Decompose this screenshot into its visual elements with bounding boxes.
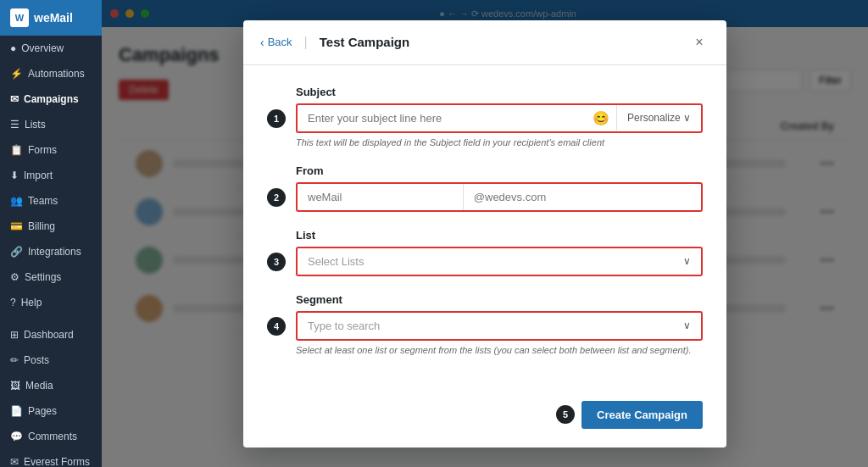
sidebar-item-label: Teams bbox=[28, 195, 58, 207]
sidebar-item-label: Automations bbox=[28, 68, 85, 80]
from-field: From bbox=[296, 164, 703, 212]
segment-placeholder: Type to search bbox=[308, 320, 683, 332]
sidebar-item-teams[interactable]: 👥 Teams bbox=[0, 188, 102, 214]
from-email-input[interactable] bbox=[464, 184, 701, 210]
step-1-number: 1 bbox=[267, 109, 286, 128]
sidebar-item-pages[interactable]: 📄 Pages bbox=[0, 398, 102, 424]
sidebar-item-comments[interactable]: 💬 Comments bbox=[0, 424, 102, 449]
create-campaign-button[interactable]: Create Campaign bbox=[581, 401, 703, 429]
subject-input[interactable] bbox=[298, 105, 586, 131]
sidebar-item-overview[interactable]: ● Overview bbox=[0, 36, 102, 61]
sidebar-item-label: Billing bbox=[28, 220, 55, 232]
back-arrow-icon: ‹ bbox=[260, 36, 264, 49]
help-icon: ? bbox=[10, 297, 16, 309]
step-2-number: 2 bbox=[267, 188, 286, 207]
segment-dropdown-arrow: ∨ bbox=[683, 320, 691, 331]
pages-icon: 📄 bbox=[10, 405, 23, 417]
subject-row: 1 Subject 😊 Personalize ∨ This text will… bbox=[267, 86, 703, 147]
list-row: 3 List Select Lists ∨ bbox=[267, 229, 703, 276]
modal-back-button[interactable]: ‹ Back bbox=[260, 36, 292, 49]
modal-footer: 5 Create Campaign bbox=[243, 392, 726, 448]
teams-icon: 👥 bbox=[10, 195, 23, 207]
campaigns-icon: ✉ bbox=[10, 93, 19, 105]
media-icon: 🖼 bbox=[10, 380, 20, 392]
step-4-number: 4 bbox=[267, 317, 286, 336]
modal-body: 1 Subject 😊 Personalize ∨ This text will… bbox=[243, 65, 726, 392]
list-dropdown-arrow: ∨ bbox=[683, 255, 691, 267]
sidebar-item-dashboard[interactable]: ⊞ Dashboard bbox=[0, 322, 102, 347]
integrations-icon: 🔗 bbox=[10, 246, 23, 258]
sidebar-item-label: Pages bbox=[28, 405, 57, 417]
sidebar-item-import[interactable]: ⬇ Import bbox=[0, 163, 102, 188]
modal-header: ‹ Back | Test Campaign × bbox=[243, 20, 726, 65]
sidebar: W weMail ● Overview ⚡ Automations ✉ Camp… bbox=[0, 0, 102, 467]
header-separator: | bbox=[304, 35, 308, 50]
import-icon: ⬇ bbox=[10, 170, 19, 181]
sidebar-item-everest-forms[interactable]: ✉ Everest Forms bbox=[0, 449, 102, 467]
list-label: List bbox=[296, 229, 703, 242]
back-label: Back bbox=[268, 36, 292, 48]
modal-close-button[interactable]: × bbox=[689, 32, 709, 53]
subject-label: Subject bbox=[296, 86, 703, 98]
sidebar-item-label: Integrations bbox=[28, 246, 81, 258]
from-label: From bbox=[296, 164, 703, 177]
sidebar-item-label: Media bbox=[25, 380, 53, 392]
settings-icon: ⚙ bbox=[10, 271, 19, 283]
sidebar-bottom: ⊞ Dashboard ✏ Posts 🖼 Media 📄 Pages 💬 Co… bbox=[0, 322, 102, 467]
step-5-number: 5 bbox=[556, 405, 575, 424]
lists-icon: ☰ bbox=[10, 119, 19, 131]
sidebar-item-automations[interactable]: ⚡ Automations bbox=[0, 61, 102, 86]
from-row: 2 From bbox=[267, 164, 703, 212]
wemail-logo-icon: W bbox=[10, 8, 29, 27]
subject-hint: This text will be displayed in the Subje… bbox=[296, 137, 703, 147]
sidebar-item-label: Posts bbox=[24, 354, 49, 366]
posts-icon: ✏ bbox=[10, 354, 19, 366]
sidebar-item-label: Overview bbox=[21, 42, 64, 54]
list-field: List Select Lists ∨ bbox=[296, 229, 703, 276]
main-content: ● ← → ⟳ wedevs.com/wp-admin Campaigns De… bbox=[102, 0, 868, 467]
personalize-button[interactable]: Personalize ∨ bbox=[616, 105, 701, 131]
segment-select[interactable]: Type to search ∨ bbox=[296, 311, 703, 341]
list-placeholder: Select Lists bbox=[308, 255, 683, 268]
sidebar-item-media[interactable]: 🖼 Media bbox=[0, 373, 102, 398]
sidebar-item-label: Settings bbox=[25, 271, 61, 283]
sidebar-item-help[interactable]: ? Help bbox=[0, 290, 102, 315]
sidebar-item-forms[interactable]: 📋 Forms bbox=[0, 137, 102, 163]
sidebar-item-label: Forms bbox=[28, 144, 57, 156]
from-input-wrapper bbox=[296, 182, 703, 212]
sidebar-logo-text: weMail bbox=[34, 11, 73, 25]
forms-icon: 📋 bbox=[10, 144, 23, 156]
sidebar-item-billing[interactable]: 💳 Billing bbox=[0, 214, 102, 239]
from-name-input[interactable] bbox=[298, 184, 464, 210]
modal-title: Test Campaign bbox=[320, 35, 409, 49]
subject-input-wrapper: 😊 Personalize ∨ bbox=[296, 103, 703, 133]
sidebar-item-label: Help bbox=[21, 297, 42, 309]
comments-icon: 💬 bbox=[10, 431, 23, 442]
subject-field: Subject 😊 Personalize ∨ This text will b… bbox=[296, 86, 703, 147]
sidebar-item-label: Lists bbox=[25, 119, 46, 131]
sidebar-item-settings[interactable]: ⚙ Settings bbox=[0, 264, 102, 290]
sidebar-item-label: Import bbox=[24, 170, 53, 181]
modal-overlay: ‹ Back | Test Campaign × 1 Subject 😊 bbox=[102, 0, 868, 467]
emoji-icon[interactable]: 😊 bbox=[586, 110, 616, 126]
sidebar-item-posts[interactable]: ✏ Posts bbox=[0, 347, 102, 373]
segment-field: Segment Type to search ∨ Select at least… bbox=[296, 293, 703, 355]
modal: ‹ Back | Test Campaign × 1 Subject 😊 bbox=[243, 20, 726, 448]
sidebar-item-lists[interactable]: ☰ Lists bbox=[0, 112, 102, 137]
everest-forms-icon: ✉ bbox=[10, 456, 19, 467]
segment-row: 4 Segment Type to search ∨ Select at lea… bbox=[267, 293, 703, 355]
dashboard-icon: ⊞ bbox=[10, 329, 19, 341]
overview-icon: ● bbox=[10, 42, 16, 54]
automations-icon: ⚡ bbox=[10, 68, 23, 80]
sidebar-item-label: Everest Forms bbox=[24, 456, 90, 467]
list-select[interactable]: Select Lists ∨ bbox=[296, 247, 703, 276]
sidebar-item-label: Campaigns bbox=[24, 93, 79, 105]
sidebar-item-integrations[interactable]: 🔗 Integrations bbox=[0, 239, 102, 264]
segment-label: Segment bbox=[296, 293, 703, 306]
sidebar-item-campaigns[interactable]: ✉ Campaigns bbox=[0, 86, 102, 112]
billing-icon: 💳 bbox=[10, 220, 23, 232]
sidebar-item-label: Dashboard bbox=[24, 329, 74, 341]
sidebar-logo[interactable]: W weMail bbox=[0, 0, 102, 36]
step-3-number: 3 bbox=[267, 253, 286, 271]
sidebar-item-label: Comments bbox=[28, 431, 77, 442]
